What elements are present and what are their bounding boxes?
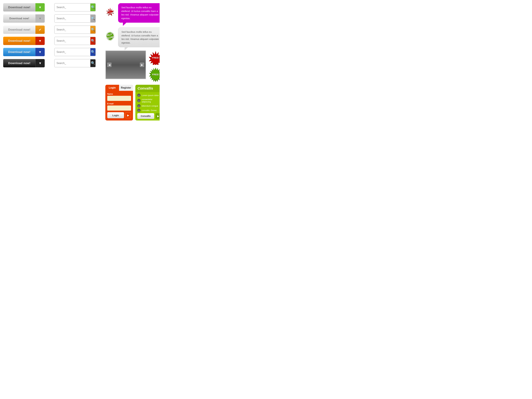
search-input-5[interactable]	[55, 48, 90, 56]
buy-now-badge-red[interactable]: BUY NOW!	[105, 3, 115, 21]
right-column: BUY NOW! Sed faucibus mollis tellus eu e…	[105, 3, 160, 120]
search-button-3[interactable]: 🔍	[90, 26, 95, 33]
free-badge-green-text: FREE!	[152, 73, 159, 76]
download-button-3-label: Download now!	[3, 25, 35, 34]
arrow-down-icon: ▼	[39, 17, 42, 20]
slider-prev-button[interactable]: ◀	[107, 63, 112, 67]
arrow-down-icon: ▼	[38, 50, 42, 54]
search-input-4[interactable]	[55, 37, 90, 45]
download-button-1[interactable]: Download now! ▼	[3, 3, 45, 12]
download-button-2[interactable]: Download now! ▼	[3, 14, 45, 23]
download-button-1-icon: ▼	[35, 3, 45, 12]
download-button-5-label: Download now!	[3, 48, 35, 56]
arrow-right-icon: ▶	[127, 114, 129, 117]
speech-bubble-gray: Sed faucibus mollis tellus eu eleifend. …	[118, 27, 160, 47]
search-icon: 🔍	[91, 28, 95, 32]
convallis-item-text-3: bibendum congue	[142, 105, 158, 107]
free-badge-red[interactable]: FREE!	[148, 51, 160, 65]
login-submit-row: Login ▶	[107, 112, 131, 118]
email-field-label: E-mail	[107, 102, 131, 105]
download-button-3[interactable]: Download now! ✔	[3, 25, 45, 34]
register-tab[interactable]: Register	[119, 85, 133, 91]
free-badge-green[interactable]: FREE!	[148, 67, 160, 82]
slider-section: ◀ ▶ FREE!	[105, 51, 160, 82]
convallis-item-text-2: consectetur adipiscing	[142, 98, 160, 103]
search-icon: 🔍	[91, 39, 95, 43]
search-box-2: 🔍	[54, 14, 96, 23]
search-button-4[interactable]: 🔍	[90, 37, 95, 45]
search-input-6[interactable]	[55, 59, 90, 67]
free-badge-red-text: FREE!	[152, 56, 159, 59]
search-icon: 🔍	[91, 16, 95, 21]
buy-now-badge-green[interactable]: BUY NOW!	[105, 27, 115, 45]
download-button-1-label: Download now!	[3, 3, 35, 12]
convallis-item-1: Lorem ipsum dolor	[137, 94, 160, 97]
download-button-4[interactable]: Download now! ▼	[3, 37, 45, 45]
arrow-right-icon: ▶	[157, 114, 159, 118]
search-input-2[interactable]	[55, 15, 90, 22]
convallis-item-2: consectetur adipiscing	[137, 98, 160, 103]
convallis-item-4: convallis. Donec	[137, 109, 160, 112]
convallis-radio-2[interactable]	[137, 99, 140, 102]
login-tabs: Login Register	[105, 85, 133, 91]
login-form-body: Name E-mail Login ▶	[105, 91, 133, 120]
free-badges-group: FREE! FREE!	[148, 51, 160, 82]
login-submit-button[interactable]: Login	[107, 112, 124, 118]
slider-next-button[interactable]: ▶	[140, 63, 144, 67]
login-tab[interactable]: Login	[105, 85, 119, 91]
search-box-3: 🔍	[54, 25, 96, 34]
convallis-footer: Convallis ▶	[137, 113, 160, 119]
arrow-down-icon: ▼	[38, 6, 42, 9]
speech-bubble-purple-text: Sed faucibus mollis tellus eu eleifend. …	[121, 6, 159, 20]
speech-bubble-gray-text: Sed faucibus mollis tellus eu eleifend. …	[121, 31, 159, 44]
email-input[interactable]	[107, 106, 131, 111]
bottom-widgets-row: Login Register Name E-mail Login ▶	[105, 85, 160, 120]
search-box-6: 🔍	[54, 59, 96, 67]
speech-bubble-purple: Sed faucibus mollis tellus eu eleifend. …	[118, 3, 160, 23]
download-buttons-column: Download now! ▼ Download now! ▼ Download…	[3, 3, 54, 120]
download-button-2-icon: ▼	[35, 14, 45, 23]
image-slider: ◀ ▶	[105, 51, 146, 79]
checkmark-icon: ✔	[39, 28, 42, 32]
search-box-5: 🔍	[54, 48, 96, 56]
arrow-down-icon: ▼	[38, 39, 42, 43]
download-button-6[interactable]: Download now! ▼	[3, 59, 45, 67]
search-box-1: 🔍	[54, 3, 96, 12]
arrow-down-icon: ▼	[39, 61, 42, 65]
convallis-body: Lorem ipsum dolor consectetur adipiscing…	[135, 92, 160, 120]
convallis-button[interactable]: Convallis	[137, 113, 154, 119]
convallis-item-text-1: Lorem ipsum dolor	[142, 94, 159, 96]
convallis-title: Convallis	[135, 85, 160, 92]
download-button-5-icon: ▼	[35, 48, 45, 56]
search-button-6[interactable]: 🔍	[90, 59, 95, 67]
convallis-widget: Convallis Lorem ipsum dolor consectetur …	[135, 85, 160, 120]
download-button-4-icon: ▼	[35, 37, 45, 45]
arrow-left-icon: ◀	[108, 63, 110, 66]
search-box-4: 🔍	[54, 37, 96, 45]
search-boxes-column: 🔍 🔍 🔍 🔍 🔍	[54, 3, 105, 120]
login-arrow-button[interactable]: ▶	[125, 112, 131, 118]
search-input-1[interactable]	[55, 4, 90, 11]
download-button-6-icon: ▼	[35, 59, 45, 67]
convallis-item-3: bibendum congue	[137, 104, 160, 108]
name-field-label: Name	[107, 93, 131, 95]
search-icon: 🔍	[91, 50, 95, 54]
convallis-radio-4[interactable]	[137, 109, 140, 112]
search-button-1[interactable]: 🔍	[90, 4, 95, 11]
arrow-right-icon: ▶	[141, 63, 143, 66]
download-button-2-label: Download now!	[3, 14, 35, 23]
search-button-2[interactable]: 🔍	[90, 15, 95, 22]
convallis-radio-1[interactable]	[137, 94, 140, 97]
name-input[interactable]	[107, 96, 131, 101]
search-button-5[interactable]: 🔍	[90, 48, 95, 56]
search-icon: 🔍	[91, 5, 95, 9]
login-widget: Login Register Name E-mail Login ▶	[105, 85, 133, 120]
convallis-arrow-button[interactable]: ▶	[155, 113, 160, 119]
convallis-radio-3[interactable]	[137, 104, 140, 108]
search-icon: 🔍	[91, 61, 95, 65]
download-button-5[interactable]: Download now! ▼	[3, 48, 45, 56]
download-button-3-icon: ✔	[35, 25, 45, 34]
convallis-item-text-4: convallis. Donec	[142, 109, 157, 112]
search-input-3[interactable]	[55, 26, 90, 33]
download-button-6-label: Download now!	[3, 59, 35, 67]
